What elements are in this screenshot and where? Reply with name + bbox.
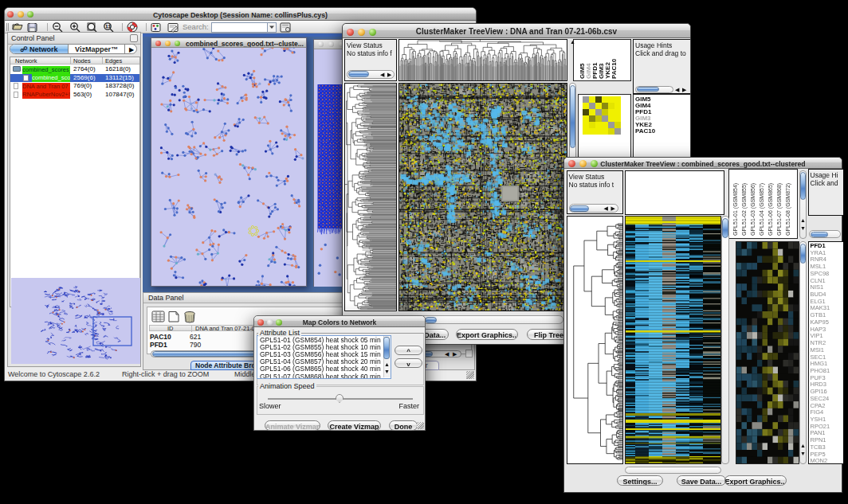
svg-text:Search:: Search:: [183, 22, 209, 31]
svg-text:1:1: 1:1: [106, 25, 112, 29]
